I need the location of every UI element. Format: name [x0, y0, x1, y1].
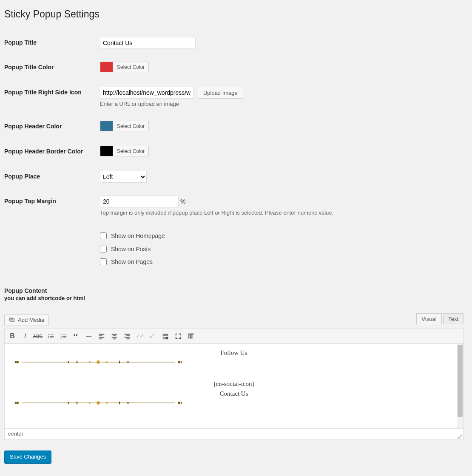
- title-icon-url-input[interactable]: [100, 87, 193, 99]
- select-color-button[interactable]: Select Color: [113, 121, 149, 131]
- select-color-button[interactable]: Select Color: [113, 62, 149, 72]
- svg-rect-7: [191, 337, 193, 339]
- bold-icon[interactable]: B: [6, 330, 19, 342]
- popup-title-input[interactable]: [100, 37, 196, 49]
- svg-point-16: [16, 402, 19, 404]
- quote-icon[interactable]: [70, 330, 82, 342]
- show-homepage-label: Show on Homepage: [111, 232, 165, 239]
- scrollbar[interactable]: [457, 344, 463, 428]
- label-popup-title: Popup Title: [4, 31, 96, 55]
- editor: Add Media Visual Text B I ABC Follow Us: [4, 314, 463, 440]
- settings-form: Popup Title Popup Title Color Select Col…: [4, 31, 463, 275]
- italic-icon[interactable]: I: [19, 330, 31, 342]
- svg-point-10: [178, 361, 180, 363]
- svg-rect-3: [190, 335, 191, 337]
- svg-rect-4: [191, 335, 193, 337]
- svg-point-11: [89, 361, 91, 363]
- svg-point-9: [16, 361, 19, 363]
- svg-point-12: [106, 361, 108, 363]
- editor-content[interactable]: Follow Us [cn-social-icon] Contact Us: [4, 344, 463, 429]
- label-top-margin: Popup Top Margin: [4, 189, 96, 223]
- svg-point-19: [106, 402, 108, 404]
- add-media-button[interactable]: Add Media: [4, 314, 49, 326]
- show-pages-checkbox[interactable]: [100, 258, 107, 265]
- label-title-icon: Popup Title Right Side Icon: [4, 80, 96, 114]
- align-left-icon[interactable]: [95, 330, 108, 342]
- title-color-swatch[interactable]: [100, 62, 113, 72]
- show-pages-label: Show on Pages: [111, 258, 153, 265]
- link-icon[interactable]: [134, 330, 146, 342]
- label-title-color: Popup Title Color: [4, 55, 96, 80]
- tab-visual[interactable]: Visual: [416, 313, 441, 325]
- popup-place-select[interactable]: Left: [100, 171, 147, 183]
- top-margin-desc: Top margin is only included if popup pla…: [100, 210, 459, 217]
- editor-line: Contact Us: [13, 389, 455, 399]
- icon-desc: Enter a URL or upload an image: [100, 101, 459, 108]
- ornament-divider: [13, 358, 183, 366]
- header-border-color-swatch[interactable]: [100, 146, 113, 156]
- resize-handle-icon[interactable]: [457, 434, 462, 439]
- hr-icon[interactable]: [82, 330, 95, 342]
- label-header-border-color: Popup Header Border Color: [4, 139, 96, 164]
- tab-text[interactable]: Text: [443, 313, 463, 324]
- svg-rect-0: [86, 336, 92, 337]
- toolbar-toggle-icon[interactable]: [185, 330, 197, 342]
- svg-point-14: [127, 361, 129, 363]
- page-title: Sticky Popup Settings: [4, 4, 463, 22]
- label-header-color: Popup Header Color: [4, 114, 96, 139]
- top-margin-unit: %: [180, 198, 185, 205]
- top-margin-input[interactable]: [100, 196, 179, 207]
- svg-rect-1: [188, 334, 194, 335]
- editor-line: Follow Us: [13, 348, 455, 358]
- show-posts-label: Show on Posts: [111, 246, 151, 252]
- editor-toolbar: B I ABC: [4, 329, 463, 344]
- label-popup-place: Popup Place: [4, 164, 96, 189]
- select-color-button[interactable]: Select Color: [113, 146, 149, 156]
- strike-icon[interactable]: ABC: [31, 330, 44, 342]
- content-section-head: Popup Content you can add shortcode or h…: [4, 287, 463, 301]
- upload-image-button[interactable]: Upload Image: [198, 87, 243, 99]
- more-icon[interactable]: [159, 330, 172, 342]
- editor-line: [cn-social-icon]: [13, 379, 455, 389]
- unlink-icon[interactable]: [146, 330, 159, 342]
- editor-status-path: center: [4, 429, 463, 440]
- align-center-icon[interactable]: [108, 330, 121, 342]
- header-color-swatch[interactable]: [100, 121, 113, 131]
- save-changes-button[interactable]: Save Changes: [4, 450, 51, 463]
- media-icon: [9, 317, 16, 323]
- svg-point-17: [178, 402, 180, 404]
- svg-rect-2: [188, 335, 190, 337]
- svg-point-21: [127, 402, 129, 404]
- svg-point-20: [68, 402, 69, 404]
- fullscreen-icon[interactable]: [172, 330, 185, 342]
- svg-point-18: [89, 402, 91, 404]
- svg-point-13: [68, 361, 69, 363]
- svg-rect-6: [190, 337, 191, 339]
- align-right-icon[interactable]: [121, 330, 134, 342]
- bullet-list-icon[interactable]: [44, 330, 57, 342]
- show-posts-checkbox[interactable]: [100, 246, 107, 252]
- svg-rect-5: [188, 337, 190, 339]
- number-list-icon[interactable]: [57, 330, 70, 342]
- ornament-divider: [13, 399, 183, 407]
- show-homepage-checkbox[interactable]: [100, 232, 107, 239]
